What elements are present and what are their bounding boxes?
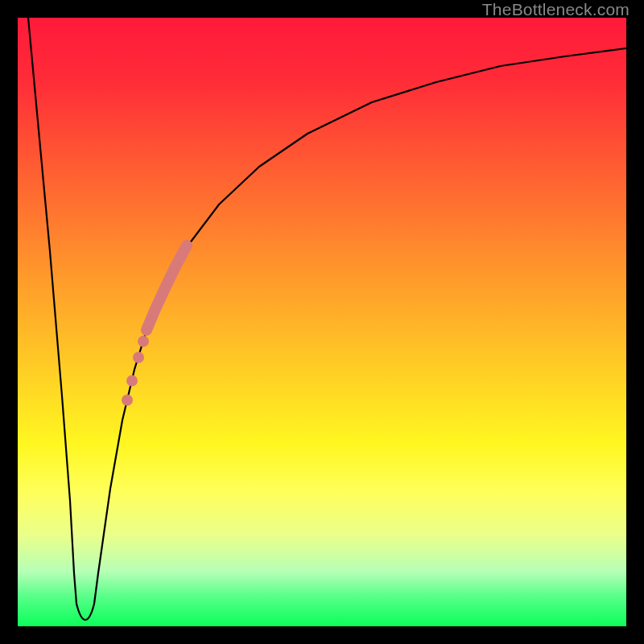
highlight-thick-segment (147, 246, 187, 330)
bottleneck-curve (28, 18, 626, 620)
curve-layer (18, 18, 626, 626)
plot-area (18, 18, 626, 626)
highlight-overlay (122, 246, 187, 406)
highlight-dot (133, 352, 144, 363)
chart-frame: TheBottleneck.com (0, 0, 644, 644)
highlight-dot (122, 394, 133, 406)
highlight-dot (138, 336, 149, 347)
watermark-text: TheBottleneck.com (482, 0, 630, 19)
highlight-dot (126, 375, 138, 386)
